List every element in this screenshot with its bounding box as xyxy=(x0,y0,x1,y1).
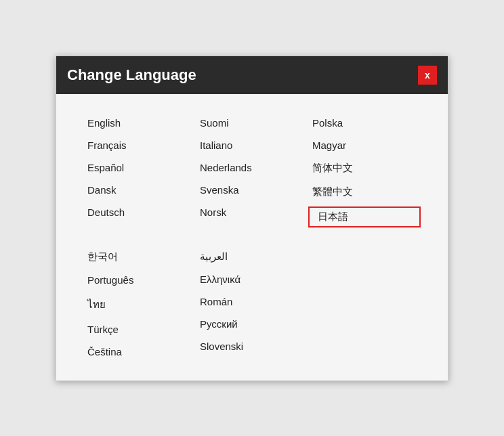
dialog-body: English Français Español Dansk Deutsch S… xyxy=(56,94,448,380)
language-grid-top: English Français Español Dansk Deutsch S… xyxy=(83,114,421,227)
lang-thai[interactable]: ไทย xyxy=(83,294,196,315)
lang-russian[interactable]: Русский xyxy=(196,315,308,332)
dialog-header: Change Language x xyxy=(56,56,448,94)
lang-nederlands[interactable]: Nederlands xyxy=(196,159,308,176)
lang-japanese[interactable]: 日本語 xyxy=(308,206,421,227)
lang-slovenian[interactable]: Slovenski xyxy=(196,338,308,355)
lang-czech[interactable]: Čeština xyxy=(83,343,196,360)
lang-dansk[interactable]: Dansk xyxy=(83,181,196,198)
lang-greek[interactable]: Ελληνικά xyxy=(196,271,308,288)
lang-polska[interactable]: Polska xyxy=(308,114,421,131)
lang-traditional-chinese[interactable]: 繁體中文 xyxy=(308,183,421,201)
lang-svenska[interactable]: Svenska xyxy=(196,181,308,198)
lang-col-1: English Français Español Dansk Deutsch xyxy=(83,114,196,227)
lang-col-2: Suomi Italiano Nederlands Svenska Norsk xyxy=(196,114,308,227)
language-grid-bottom: 한국어 Português ไทย Türkçe Čeština العربية… xyxy=(83,248,421,360)
lang-turkish[interactable]: Türkçe xyxy=(83,321,196,338)
lang-korean[interactable]: 한국어 xyxy=(83,248,196,266)
lang-espanol[interactable]: Español xyxy=(83,159,196,176)
change-language-dialog: Change Language x English Français Españ… xyxy=(56,56,448,381)
lang-english[interactable]: English xyxy=(83,114,196,131)
lang-suomi[interactable]: Suomi xyxy=(196,114,308,131)
dialog-title: Change Language xyxy=(67,66,196,84)
lang-italiano[interactable]: Italiano xyxy=(196,137,308,154)
lang-romanian[interactable]: Román xyxy=(196,293,308,310)
close-button[interactable]: x xyxy=(418,66,437,85)
lang-col-6 xyxy=(308,248,421,360)
lang-francais[interactable]: Français xyxy=(83,137,196,154)
lang-arabic[interactable]: العربية xyxy=(196,248,308,265)
lang-col-3: Polska Magyar 简体中文 繁體中文 日本語 xyxy=(308,114,421,227)
lang-portuguese[interactable]: Português xyxy=(83,271,196,288)
lang-simplified-chinese[interactable]: 简体中文 xyxy=(308,159,421,177)
lang-deutsch[interactable]: Deutsch xyxy=(83,204,196,221)
lang-norsk[interactable]: Norsk xyxy=(196,204,308,221)
lang-col-4: 한국어 Português ไทย Türkçe Čeština xyxy=(83,248,196,360)
lang-magyar[interactable]: Magyar xyxy=(308,137,421,154)
lang-col-5: العربية Ελληνικά Román Русский Slovenski xyxy=(196,248,308,360)
